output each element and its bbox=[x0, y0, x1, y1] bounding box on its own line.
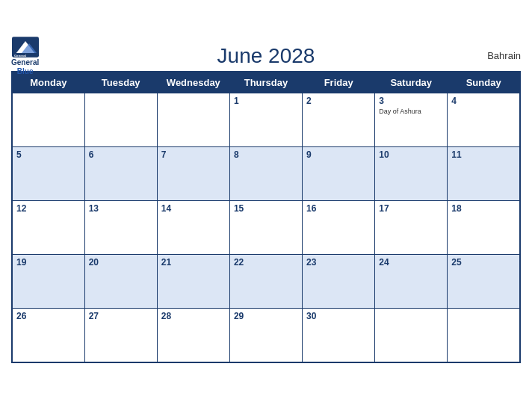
day-number: 10 bbox=[379, 149, 443, 160]
weekday-header-row: Monday Tuesday Wednesday Thursday Friday… bbox=[12, 72, 520, 93]
calendar-cell: 4 bbox=[448, 93, 520, 147]
calendar-cell: 29 bbox=[229, 309, 302, 362]
calendar-cell: 27 bbox=[84, 309, 157, 362]
day-number: 18 bbox=[451, 203, 516, 214]
svg-text:General: General bbox=[14, 54, 26, 58]
day-number: 22 bbox=[234, 257, 298, 268]
day-number: 15 bbox=[234, 203, 298, 214]
calendar-cell: 2 bbox=[303, 93, 375, 147]
day-number: 3 bbox=[379, 96, 443, 106]
calendar-wrapper: General General Blue June 2028 Bahrain M… bbox=[0, 37, 532, 374]
day-number: 28 bbox=[161, 311, 226, 321]
day-number: 25 bbox=[451, 257, 516, 268]
day-number: 11 bbox=[451, 149, 516, 160]
calendar-cell: 14 bbox=[157, 201, 229, 255]
calendar-cell: 22 bbox=[229, 255, 302, 309]
day-number: 6 bbox=[89, 149, 153, 160]
calendar-cell: 15 bbox=[229, 201, 302, 255]
calendar-cell: 18 bbox=[448, 201, 520, 255]
weekday-friday: Friday bbox=[303, 72, 375, 93]
calendar-row: 123Day of Ashura4 bbox=[12, 93, 520, 147]
calendar-cell: 26 bbox=[12, 309, 84, 362]
calendar-cell: 30 bbox=[303, 309, 375, 362]
logo-text-blue: Blue bbox=[17, 67, 34, 76]
day-number: 9 bbox=[306, 149, 371, 160]
day-number: 30 bbox=[306, 311, 371, 321]
calendar-row: 567891011 bbox=[12, 147, 520, 201]
day-number: 27 bbox=[89, 311, 153, 321]
day-number: 12 bbox=[16, 203, 81, 214]
weekday-thursday: Thursday bbox=[229, 72, 302, 93]
logo-area: General General Blue bbox=[11, 37, 39, 76]
calendar-cell: 12 bbox=[12, 201, 84, 255]
calendar-cell: 8 bbox=[229, 147, 302, 201]
day-number: 21 bbox=[161, 257, 226, 268]
day-number: 19 bbox=[16, 257, 81, 268]
day-number: 7 bbox=[161, 149, 226, 160]
day-number: 4 bbox=[451, 96, 516, 106]
region-label: Bahrain bbox=[487, 50, 521, 61]
calendar-header: General General Blue June 2028 Bahrain bbox=[11, 44, 521, 68]
calendar-cell: 19 bbox=[12, 255, 84, 309]
calendar-cell: 16 bbox=[303, 201, 375, 255]
calendar-row: 19202122232425 bbox=[12, 255, 520, 309]
calendar-body: 123Day of Ashura456789101112131415161718… bbox=[12, 93, 520, 362]
calendar-cell bbox=[84, 93, 157, 147]
calendar-cell: 11 bbox=[448, 147, 520, 201]
day-number: 23 bbox=[306, 257, 371, 268]
day-number: 26 bbox=[16, 311, 81, 321]
calendar-cell bbox=[448, 309, 520, 362]
calendar-cell: 24 bbox=[375, 255, 448, 309]
day-number: 8 bbox=[234, 149, 298, 160]
calendar-cell: 1 bbox=[229, 93, 302, 147]
calendar-cell: 5 bbox=[12, 147, 84, 201]
day-number: 29 bbox=[234, 311, 298, 321]
calendar-cell: 10 bbox=[375, 147, 448, 201]
weekday-tuesday: Tuesday bbox=[84, 72, 157, 93]
calendar-cell bbox=[12, 93, 84, 147]
day-number: 24 bbox=[379, 257, 443, 268]
calendar-cell: 3Day of Ashura bbox=[375, 93, 448, 147]
calendar-cell: 21 bbox=[157, 255, 229, 309]
calendar-title: June 2028 bbox=[217, 44, 315, 68]
day-event: Day of Ashura bbox=[379, 108, 443, 115]
day-number: 2 bbox=[306, 96, 371, 106]
logo-text-general: General bbox=[11, 58, 39, 67]
calendar-cell bbox=[157, 93, 229, 147]
calendar-table: Monday Tuesday Wednesday Thursday Friday… bbox=[11, 71, 521, 363]
calendar-cell: 23 bbox=[303, 255, 375, 309]
calendar-cell: 20 bbox=[84, 255, 157, 309]
calendar-cell: 13 bbox=[84, 201, 157, 255]
day-number: 16 bbox=[306, 203, 371, 214]
weekday-wednesday: Wednesday bbox=[157, 72, 229, 93]
calendar-row: 12131415161718 bbox=[12, 201, 520, 255]
calendar-cell: 9 bbox=[303, 147, 375, 201]
day-number: 17 bbox=[379, 203, 443, 214]
weekday-sunday: Sunday bbox=[448, 72, 520, 93]
day-number: 1 bbox=[234, 96, 298, 106]
day-number: 5 bbox=[16, 149, 81, 160]
calendar-row: 2627282930 bbox=[12, 309, 520, 362]
calendar-cell: 17 bbox=[375, 201, 448, 255]
logo-icon: General bbox=[12, 37, 39, 58]
calendar-cell bbox=[375, 309, 448, 362]
weekday-saturday: Saturday bbox=[375, 72, 448, 93]
day-number: 20 bbox=[89, 257, 153, 268]
day-number: 14 bbox=[161, 203, 226, 214]
calendar-cell: 7 bbox=[157, 147, 229, 201]
calendar-cell: 28 bbox=[157, 309, 229, 362]
calendar-cell: 25 bbox=[448, 255, 520, 309]
day-number: 13 bbox=[89, 203, 153, 214]
calendar-cell: 6 bbox=[84, 147, 157, 201]
